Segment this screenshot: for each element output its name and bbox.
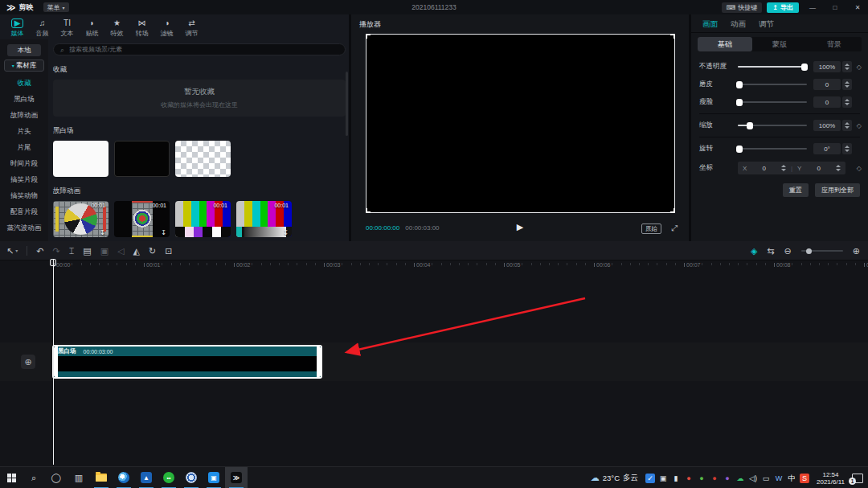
- taskbar-photos-app[interactable]: ▣: [203, 467, 225, 488]
- material-thumb-testcard[interactable]: 00:01↧: [53, 201, 108, 237]
- subtab-mask[interactable]: 蒙版: [752, 37, 807, 51]
- stepper-scale[interactable]: [842, 120, 852, 131]
- y-value[interactable]: 0: [805, 165, 833, 172]
- props-tab-adjust[interactable]: 调节: [759, 19, 774, 30]
- step-up-icon[interactable]: [845, 64, 850, 66]
- shortcuts-button[interactable]: ⌨ 快捷键: [722, 2, 763, 13]
- sidebar-item-outro[interactable]: 片尾: [0, 139, 48, 155]
- slider-knob[interactable]: [747, 122, 753, 129]
- slider-knob[interactable]: [736, 99, 743, 106]
- media-tab-transition[interactable]: ⋈转场: [129, 17, 154, 39]
- download-icon[interactable]: ↧: [161, 229, 166, 236]
- toolbar-mirror[interactable]: ◭: [133, 246, 140, 256]
- slider-track-opacity[interactable]: [738, 66, 807, 68]
- value-smooth-skin[interactable]: 0: [813, 79, 841, 90]
- maximize-button[interactable]: □: [826, 0, 844, 14]
- value-opacity[interactable]: 100%: [813, 61, 841, 72]
- keyframe-icon-scale[interactable]: ◇: [852, 122, 862, 129]
- step-up-icon[interactable]: [781, 165, 786, 167]
- slider-track-scale[interactable]: [738, 125, 807, 126]
- tray-speaker[interactable]: ◁): [748, 474, 758, 483]
- playhead-handle[interactable]: [50, 259, 56, 266]
- sidebar-item-funny-clips[interactable]: 搞笑片段: [0, 171, 48, 187]
- step-down-icon[interactable]: [845, 85, 850, 88]
- sidebar-item-dubbing-clips[interactable]: 配音片段: [0, 203, 48, 219]
- weather-widget[interactable]: ☁ 23°C 多云: [591, 473, 638, 483]
- step-up-icon[interactable]: [845, 81, 850, 84]
- media-tab-audio[interactable]: ♫音频: [30, 17, 55, 39]
- search-input[interactable]: [68, 45, 338, 54]
- tray-w-app[interactable]: W: [774, 474, 784, 483]
- tray-defender-shield[interactable]: ✓: [645, 474, 655, 483]
- step-up-icon[interactable]: [845, 99, 850, 101]
- media-tab-text[interactable]: TI文本: [55, 17, 80, 39]
- taskbar-clock[interactable]: 12:54 2021/6/11: [817, 471, 845, 486]
- sidebar-item-favorites[interactable]: 收藏: [0, 75, 48, 91]
- toolbar-crop[interactable]: ⊡: [165, 246, 172, 256]
- material-thumb-color-bars[interactable]: 00:01: [175, 201, 231, 237]
- clip-trim-handle-right[interactable]: [317, 347, 321, 377]
- taskbar-search[interactable]: ⌕: [23, 467, 45, 488]
- toolbar-zoom-in[interactable]: ⊕: [853, 246, 860, 256]
- toolbar-zoom-out[interactable]: ⊖: [784, 246, 792, 256]
- material-thumb-white-field[interactable]: [53, 141, 108, 177]
- toolbar-freeze-frame[interactable]: ▣: [100, 246, 108, 256]
- step-down-icon[interactable]: [836, 169, 841, 171]
- sidebar-item-black-white-field[interactable]: 黑白场: [0, 91, 48, 107]
- props-tab-animation[interactable]: 动画: [731, 19, 746, 30]
- timeline-zoom-slider[interactable]: [801, 250, 843, 252]
- tray-snip-tool[interactable]: ▣: [658, 474, 668, 483]
- taskbar-start[interactable]: [0, 467, 23, 488]
- media-tab-sticker[interactable]: ◗贴纸: [80, 17, 104, 39]
- resize-handle[interactable]: [670, 34, 675, 39]
- material-thumb-color-bars-2[interactable]: 00:01↧: [236, 201, 292, 237]
- media-tab-filter[interactable]: ◑滤镜: [154, 17, 179, 39]
- stepper-smooth-skin[interactable]: [842, 79, 852, 90]
- stepper-rotate[interactable]: [842, 143, 852, 154]
- media-tab-adjust[interactable]: ⇄调节: [179, 17, 204, 39]
- stepper-slim-face[interactable]: [842, 96, 852, 108]
- subtab-basic[interactable]: 基础: [698, 37, 752, 51]
- tray-ime-chinese[interactable]: 中: [787, 474, 796, 483]
- slider-knob[interactable]: [801, 64, 808, 71]
- toolbar-split[interactable]: ⌶: [69, 246, 75, 256]
- sidebar-item-vaporwave-animation[interactable]: 蒸汽波动画: [0, 219, 48, 236]
- tray-red-dot-app[interactable]: ●: [710, 474, 719, 483]
- tray-green-leaf[interactable]: ●: [697, 474, 706, 483]
- resize-handle[interactable]: [366, 34, 371, 39]
- taskbar-stocks-app[interactable]: ▲: [135, 467, 158, 488]
- timeline-clip-black-white-field[interactable]: 黑白场 00:00:03:00: [52, 345, 322, 379]
- x-value[interactable]: 0: [750, 165, 778, 172]
- toolbar-select-tool[interactable]: ↖▾: [6, 246, 18, 256]
- scrollbar[interactable]: [346, 72, 348, 136]
- slider-track-smooth-skin[interactable]: [738, 84, 807, 85]
- taskbar-cortana[interactable]: ◯: [45, 467, 68, 488]
- toolbar-undo[interactable]: ↶: [36, 246, 43, 256]
- media-tab-effects[interactable]: ★特效: [104, 17, 129, 39]
- step-up-icon[interactable]: [836, 165, 841, 167]
- slider-track-slim-face[interactable]: [738, 101, 807, 103]
- sidebar-item-library[interactable]: ▾ 素材库: [4, 59, 44, 72]
- tray-monitor[interactable]: ▭: [761, 474, 771, 483]
- taskbar-browser[interactable]: [113, 467, 135, 488]
- value-scale[interactable]: 100%: [813, 120, 841, 131]
- sidebar-item-local[interactable]: 本地: [7, 44, 41, 56]
- props-tab-picture[interactable]: 画面: [702, 19, 718, 30]
- close-button[interactable]: ✕: [849, 0, 866, 14]
- notification-center-icon[interactable]: 1: [852, 474, 863, 483]
- material-thumb-transparent-field[interactable]: [175, 141, 231, 177]
- zoom-slider-knob[interactable]: [806, 248, 812, 254]
- apply-to-all-button[interactable]: 应用到全部: [815, 183, 860, 197]
- slider-knob[interactable]: [736, 81, 743, 88]
- toolbar-reverse[interactable]: ◁: [117, 246, 124, 256]
- sidebar-item-glitch-animation[interactable]: 故障动画: [0, 107, 48, 123]
- keyframe-icon-opacity[interactable]: ◇: [852, 64, 862, 71]
- tray-green-cloud[interactable]: ☁: [735, 474, 745, 483]
- slider-track-rotate[interactable]: [738, 148, 807, 150]
- stepper-opacity[interactable]: [842, 61, 852, 72]
- taskbar-round-badge-app[interactable]: [180, 467, 203, 488]
- clip-trim-handle-left[interactable]: [54, 347, 58, 377]
- slider-knob[interactable]: [736, 146, 743, 153]
- step-down-icon[interactable]: [781, 169, 786, 171]
- step-down-icon[interactable]: [845, 68, 850, 70]
